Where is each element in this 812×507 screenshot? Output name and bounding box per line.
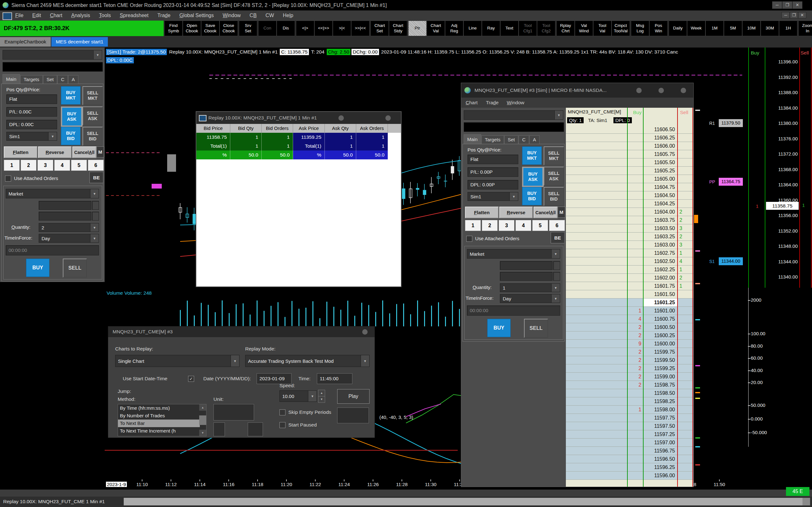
- dom-price-ladder[interactable]: MNQH23_FUT_CME[M] Buy Sell Qty: 1 TA: Si…: [566, 108, 693, 487]
- right-tab-c[interactable]: C: [519, 135, 529, 144]
- left-price2-button[interactable]: [92, 212, 99, 221]
- ladder-price[interactable]: 11599.25: [643, 364, 677, 372]
- ladder-bid-qty[interactable]: [627, 290, 643, 298]
- ladder-price[interactable]: 11600.75: [643, 315, 677, 323]
- trade-window-menu-chart[interactable]: Chart: [466, 100, 478, 106]
- ladder-price[interactable]: 11602.25: [643, 266, 677, 274]
- ladder-row[interactable]: 11602.504: [566, 257, 693, 266]
- ladder-bid-qty[interactable]: [627, 125, 643, 133]
- ladder-bid-qty[interactable]: [627, 233, 643, 240]
- ladder-price[interactable]: 11597.50: [643, 422, 677, 430]
- ladder-ask-qty[interactable]: [677, 315, 693, 323]
- ladder-bid-qty[interactable]: [627, 167, 643, 175]
- ladder-bid-qty[interactable]: [627, 430, 643, 438]
- ladder-row[interactable]: 211598.75: [566, 381, 693, 389]
- ladder-ask-qty[interactable]: [677, 373, 693, 381]
- ladder-price[interactable]: 11601.00: [643, 307, 677, 315]
- chevron-down-icon[interactable]: ▼: [231, 355, 239, 367]
- left-quantity-preset-2[interactable]: 2: [20, 160, 37, 171]
- ladder-price[interactable]: 11596.75: [643, 447, 677, 455]
- ladder-row[interactable]: 911600.00: [566, 340, 693, 348]
- toolbar-button-ptr[interactable]: Ptr: [408, 20, 426, 36]
- toolbar-button-tool-cfg2[interactable]: ToolCfg2: [537, 20, 555, 36]
- left-quantity-preset-6[interactable]: 6: [88, 160, 104, 171]
- menu-item-analysis[interactable]: Analysis: [71, 13, 90, 18]
- list-scrollbar-up[interactable]: ▲: [199, 404, 206, 411]
- ladder-row[interactable]: 211600.50: [566, 323, 693, 331]
- chartbook-tab-mes-december-start1[interactable]: MES december start1: [51, 37, 108, 47]
- ladder-bid-qty[interactable]: [627, 274, 643, 282]
- right-tab-main[interactable]: Main: [464, 134, 481, 144]
- dom-column-header-ask-price[interactable]: Ask Price: [293, 124, 325, 133]
- left-price2-field[interactable]: [39, 212, 91, 221]
- dom-column-header-ask-qty[interactable]: Ask Qty: [325, 124, 356, 133]
- ladder-row[interactable]: 11604.25: [566, 200, 693, 208]
- ladder-row[interactable]: 11602.002: [566, 274, 693, 282]
- ladder-row[interactable]: 211599.75: [566, 348, 693, 356]
- toolbar-button-10m[interactable]: 10M: [742, 20, 761, 36]
- ladder-price[interactable]: 11606.25: [643, 134, 677, 142]
- ladder-bid-qty[interactable]: [627, 257, 643, 265]
- right-quantity-preset-6[interactable]: 6: [549, 220, 565, 231]
- ladder-bid-qty[interactable]: 2: [627, 348, 643, 356]
- ladder-price[interactable]: 11602.50: [643, 257, 677, 265]
- ladder-ask-qty[interactable]: [677, 331, 693, 339]
- toolbar-button-dis[interactable]: Dis: [276, 20, 295, 36]
- ladder-bid-qty[interactable]: [627, 463, 643, 471]
- ladder-row[interactable]: 11597.25: [566, 430, 693, 439]
- ladder-ask-qty[interactable]: 2: [677, 274, 693, 282]
- ladder-price[interactable]: 11597.25: [643, 430, 677, 438]
- dialog-circle-button[interactable]: [362, 329, 368, 335]
- menu-item-window[interactable]: Window: [223, 13, 241, 18]
- jump-value-field2[interactable]: [248, 422, 263, 436]
- ladder-price[interactable]: 11604.00: [643, 208, 677, 216]
- ladder-row[interactable]: 111598.00: [566, 406, 693, 414]
- charts-to-replay-select[interactable]: Single Chart ▼: [115, 355, 240, 367]
- ladder-ask-qty[interactable]: [677, 158, 693, 166]
- ladder-row[interactable]: 11603.003: [566, 241, 693, 249]
- ladder-row[interactable]: 11596.25: [566, 463, 693, 471]
- left-tab-targets[interactable]: Targets: [20, 75, 43, 83]
- toolbar-button-chart-set[interactable]: ChartSet: [370, 20, 389, 36]
- menu-item-cb[interactable]: CB: [250, 13, 257, 18]
- ladder-bid-qty[interactable]: [627, 249, 643, 257]
- toolbar-button-30m[interactable]: 30M: [761, 20, 779, 36]
- replay-settings-dialog[interactable]: MNQH23_FUT_CME[M] #3 Charts to Replay: S…: [108, 326, 375, 438]
- ladder-price[interactable]: 11598.75: [643, 381, 677, 389]
- ladder-row[interactable]: 211599.25: [566, 364, 693, 373]
- unit-field[interactable]: [213, 404, 254, 420]
- ladder-bid-qty[interactable]: [627, 191, 643, 199]
- use-start-datetime-checkbox[interactable]: ✓: [188, 376, 194, 382]
- ladder-price[interactable]: 11596.25: [643, 463, 677, 471]
- doc-close-icon[interactable]: ✕: [798, 12, 806, 18]
- ladder-row[interactable]: 11601.50: [566, 290, 693, 298]
- left-be-button[interactable]: BE: [90, 172, 103, 183]
- right-buy-ask-button[interactable]: BUYASK: [522, 167, 544, 187]
- toolbar-button-line[interactable]: Line: [463, 20, 482, 36]
- ladder-price[interactable]: 11601.25: [643, 298, 677, 306]
- chevron-down-icon[interactable]: ▼: [551, 284, 560, 292]
- ladder-bid-qty[interactable]: [627, 389, 643, 397]
- ladder-row[interactable]: 11601.25: [566, 298, 693, 307]
- ladder-ask-qty[interactable]: [677, 422, 693, 430]
- ladder-ask-qty[interactable]: [677, 381, 693, 389]
- left-account-select[interactable]: Sim1▼: [6, 132, 57, 141]
- ladder-row[interactable]: 411600.75: [566, 315, 693, 323]
- toolbar-button-zoom-in[interactable]: ZoomIn: [798, 20, 812, 36]
- toolbar-button-cmpct-toolval[interactable]: CmpctToolVal: [612, 20, 630, 36]
- ladder-price[interactable]: 11605.50: [643, 158, 677, 166]
- toolbar-button-chart-stdy[interactable]: ChartStdy: [389, 20, 407, 36]
- ladder-bid-qty[interactable]: [627, 142, 643, 150]
- list-scrollbar-thumb[interactable]: [199, 415, 206, 425]
- left-m-button[interactable]: M: [96, 147, 104, 158]
- ladder-ask-qty[interactable]: [677, 348, 693, 356]
- ladder-ask-qty[interactable]: [677, 439, 693, 447]
- menu-item-spreadsheet[interactable]: Spreadsheet: [119, 13, 148, 18]
- right-order-type-select[interactable]: Market▼: [467, 249, 560, 259]
- ladder-price[interactable]: 11601.50: [643, 290, 677, 298]
- left-price1-button[interactable]: [92, 201, 99, 210]
- ladder-price[interactable]: 11604.50: [643, 191, 677, 199]
- right-quantity-preset-1[interactable]: 1: [465, 220, 481, 231]
- ladder-row[interactable]: 11604.50: [566, 191, 693, 200]
- chevron-down-icon[interactable]: ▼: [48, 132, 57, 140]
